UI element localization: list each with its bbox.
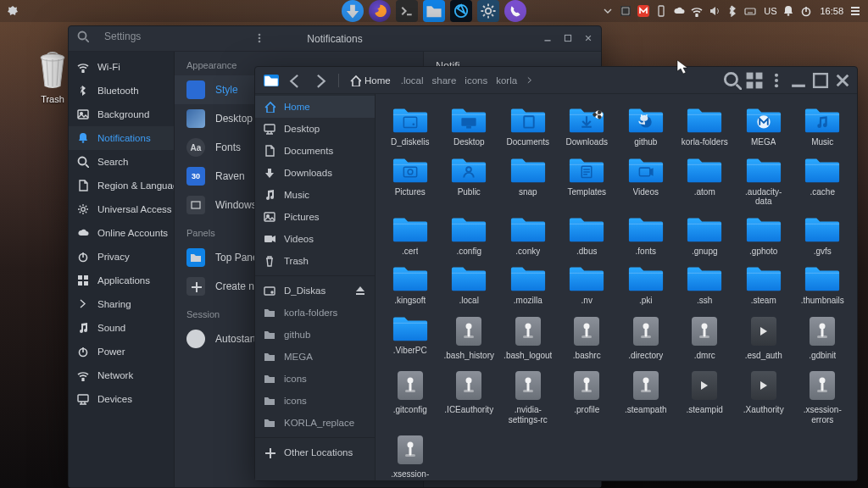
budgie-menu-icon[interactable] bbox=[7, 5, 19, 17]
places-icons[interactable]: icons bbox=[255, 390, 375, 412]
item--gnupg[interactable]: .gnupg bbox=[677, 214, 733, 258]
item--kingsoft[interactable]: .kingsoft bbox=[382, 263, 438, 308]
places-mega[interactable]: MEGA bbox=[255, 346, 375, 368]
item--mozilla[interactable]: .mozilla bbox=[500, 263, 556, 308]
item-mega[interactable]: MEGA bbox=[736, 104, 792, 149]
files-folder-button[interactable] bbox=[264, 75, 279, 86]
item--atom[interactable]: .atom bbox=[677, 154, 733, 208]
item--xauthority[interactable]: .Xauthority bbox=[736, 367, 792, 426]
item-desktop[interactable]: Desktop bbox=[442, 104, 498, 149]
item--config[interactable]: .config bbox=[442, 214, 498, 258]
settings-min-button[interactable] bbox=[540, 30, 555, 46]
places-github[interactable]: github bbox=[255, 324, 375, 346]
dock-terminal[interactable] bbox=[396, 0, 418, 22]
tray-power-icon[interactable] bbox=[800, 5, 812, 17]
back-button[interactable] bbox=[286, 71, 304, 90]
places-home[interactable]: Home bbox=[255, 96, 375, 118]
tray-notifications-icon[interactable] bbox=[782, 5, 794, 17]
item-videos[interactable]: Videos bbox=[618, 154, 674, 208]
dock-viber[interactable] bbox=[504, 0, 526, 22]
settings-nav-privacy[interactable]: Privacy bbox=[69, 245, 174, 269]
dock-settings[interactable] bbox=[477, 0, 499, 22]
item--cache[interactable]: .cache bbox=[795, 154, 851, 208]
files-close-button[interactable] bbox=[833, 71, 852, 90]
dock-firefox[interactable] bbox=[369, 0, 391, 22]
item-github[interactable]: github bbox=[618, 104, 674, 149]
files-max-button[interactable] bbox=[811, 71, 830, 90]
places-music[interactable]: Music bbox=[255, 184, 375, 206]
settings-menu-icon[interactable] bbox=[253, 32, 265, 47]
item-korla-folders[interactable]: korla-folders bbox=[677, 104, 733, 149]
item-snap[interactable]: snap bbox=[500, 154, 556, 208]
item--conky[interactable]: .conky bbox=[500, 214, 556, 258]
item--xsession-errors[interactable]: .xsession-errors bbox=[795, 367, 851, 426]
item--cert[interactable]: .cert bbox=[382, 214, 438, 258]
crumb-.local[interactable]: .local bbox=[399, 75, 426, 86]
settings-nav-background[interactable]: Background bbox=[69, 103, 174, 126]
item--dmrc[interactable]: .dmrc bbox=[677, 313, 733, 363]
item--thumbnails[interactable]: .thumbnails bbox=[795, 263, 851, 308]
item--gdbinit[interactable]: .gdbinit bbox=[795, 313, 851, 363]
settings-search-icon[interactable] bbox=[77, 30, 89, 42]
item--fonts[interactable]: .fonts bbox=[618, 214, 674, 258]
item--ssh[interactable]: .ssh bbox=[677, 263, 733, 308]
places-korla-replace[interactable]: KORLA_replace bbox=[255, 412, 375, 434]
item--pki[interactable]: .pki bbox=[618, 263, 674, 308]
tray-volume-icon[interactable] bbox=[709, 5, 721, 17]
item--nvidia-settings-rc[interactable]: .nvidia-settings-rc bbox=[500, 367, 556, 426]
settings-nav-online-accounts[interactable]: Online Accounts bbox=[69, 221, 174, 245]
forward-button[interactable] bbox=[311, 71, 330, 90]
places-trash[interactable]: Trash bbox=[255, 250, 375, 272]
item--profile[interactable]: .profile bbox=[559, 367, 615, 426]
places-pictures[interactable]: Pictures bbox=[255, 206, 375, 228]
crumb-more[interactable] bbox=[524, 76, 536, 85]
places-other-locations[interactable]: Other Locations bbox=[255, 441, 375, 463]
tray-mega-icon[interactable] bbox=[637, 5, 649, 17]
settings-nav-bluetooth[interactable]: Bluetooth bbox=[69, 79, 174, 103]
item--bashrc[interactable]: .bashrc bbox=[559, 313, 615, 363]
item--steampath[interactable]: .steampath bbox=[618, 367, 674, 426]
item--local[interactable]: .local bbox=[442, 263, 498, 308]
settings-nav-network[interactable]: Network bbox=[69, 363, 174, 387]
item--iceauthority[interactable]: .ICEauthority bbox=[442, 367, 498, 426]
item--steampid[interactable]: .steampid bbox=[677, 367, 733, 426]
item--gphoto[interactable]: .gphoto bbox=[736, 214, 792, 258]
settings-nav-wi-fi[interactable]: Wi-Fi bbox=[69, 55, 174, 79]
files-min-button[interactable] bbox=[789, 71, 808, 90]
settings-nav-notifications[interactable]: Notifications bbox=[69, 126, 174, 150]
item-d-diskelis[interactable]: D_diskelis bbox=[382, 104, 438, 149]
files-grid[interactable]: D_diskelisDesktopDocumentsDownloadsgithu… bbox=[376, 94, 857, 480]
item-music[interactable]: Music bbox=[795, 104, 851, 149]
settings-close-button[interactable] bbox=[581, 30, 596, 46]
tray-phone-icon[interactable] bbox=[655, 5, 667, 17]
places-icons[interactable]: icons bbox=[255, 368, 375, 390]
places-korla-folders[interactable]: korla-folders bbox=[255, 302, 375, 324]
tray-cloud-icon[interactable] bbox=[673, 5, 685, 17]
places-documents[interactable]: Documents bbox=[255, 140, 375, 162]
tray-network-icon[interactable] bbox=[691, 5, 703, 17]
files-view-button[interactable] bbox=[745, 71, 764, 90]
item--directory[interactable]: .directory bbox=[618, 313, 674, 363]
eject-icon[interactable] bbox=[354, 285, 366, 297]
settings-nav-search[interactable]: Search bbox=[69, 150, 174, 174]
settings-max-button[interactable] bbox=[560, 30, 576, 46]
tray-sidebar-icon[interactable] bbox=[849, 5, 861, 17]
places-d-diskas[interactable]: D_Diskas bbox=[255, 280, 375, 302]
tray-clock[interactable]: 16:58 bbox=[820, 6, 843, 16]
item-downloads[interactable]: Downloads bbox=[559, 104, 615, 149]
files-search-button[interactable] bbox=[723, 71, 742, 90]
item--viberpc[interactable]: .ViberPC bbox=[382, 313, 438, 363]
item--steam[interactable]: .steam bbox=[736, 263, 792, 308]
crumb-korla[interactable]: korla bbox=[494, 75, 519, 86]
settings-nav-universal-access[interactable]: Universal Access bbox=[69, 197, 174, 221]
item--bash-logout[interactable]: .bash_logout bbox=[500, 313, 556, 363]
item--dbus[interactable]: .dbus bbox=[559, 214, 615, 258]
item--nv[interactable]: .nv bbox=[559, 263, 615, 308]
item--esd-auth[interactable]: .esd_auth bbox=[736, 313, 792, 363]
files-titlebar[interactable]: Home .localshareiconskorla bbox=[255, 67, 857, 94]
settings-titlebar[interactable]: Settings Notifications bbox=[69, 26, 601, 52]
tray-bluetooth-icon[interactable] bbox=[726, 5, 738, 17]
settings-nav-sound[interactable]: Sound bbox=[69, 316, 174, 340]
item--audacity-data[interactable]: .audacity-data bbox=[736, 154, 792, 208]
dock-browser[interactable] bbox=[450, 0, 472, 22]
